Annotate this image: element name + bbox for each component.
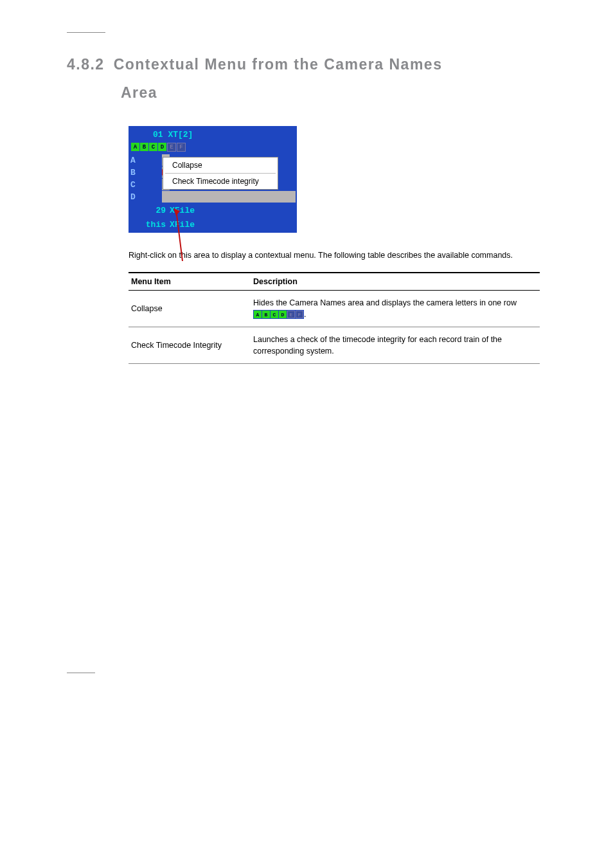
menu-separator: [165, 173, 276, 174]
xfile-dark: [216, 217, 296, 231]
heading-title-line1: Contextual Menu from the Camera Names: [114, 56, 443, 73]
camera-label[interactable]: C: [129, 179, 162, 190]
table-row: Collapse Hides the Camera Names area and…: [129, 290, 540, 327]
table-header-desc: Description: [251, 273, 540, 291]
table-cell-desc: Launches a check of the timecode integri…: [251, 327, 540, 363]
channel-badge-d: D: [279, 311, 287, 318]
camera-label[interactable]: A: [129, 154, 162, 166]
table-cell-item: Check Timecode Integrity: [129, 327, 251, 363]
channel-badge-row: A B C D E F: [129, 141, 296, 153]
channel-badge-b: B: [262, 311, 270, 318]
desc-prefix: Hides the Camera Names area and displays…: [253, 298, 517, 307]
xfile-row: 29 XFile: [129, 203, 296, 217]
xt-header-area: 01 XT[2] A B C D E F: [129, 126, 297, 154]
bottom-rule: [67, 673, 95, 673]
menu-item-check-timecode[interactable]: Check Timecode integrity: [163, 175, 278, 188]
heading-number: 4.8.2: [67, 51, 105, 79]
xt-header-label: 01 XT[2]: [153, 130, 193, 140]
xfile-right: XFile: [168, 206, 216, 215]
channel-badge-f[interactable]: F: [177, 143, 186, 152]
channel-badge-e[interactable]: E: [167, 143, 176, 152]
heading-title-line2: Area: [121, 79, 157, 107]
camera-label[interactable]: D: [129, 191, 162, 203]
xfile-left: 29: [129, 206, 168, 215]
desc-suffix: .: [304, 310, 306, 319]
xfile-row: this XFile: [129, 217, 296, 231]
menu-item-collapse[interactable]: Collapse: [163, 159, 278, 172]
xfile-right: XFile: [168, 220, 216, 230]
channel-badge-f: F: [296, 311, 303, 318]
camera-rest: [170, 191, 296, 203]
table-cell-desc: Hides the Camera Names area and displays…: [251, 290, 540, 327]
table-header-item: Menu Item: [129, 273, 251, 291]
figure-caption: Right-click on this area to display a co…: [129, 249, 549, 261]
context-menu: Collapse Check Timecode integrity: [163, 157, 278, 190]
xt-header: 01 XT[2]: [129, 127, 296, 141]
table-cell-item: Collapse: [129, 290, 251, 327]
camera-label[interactable]: B: [129, 167, 162, 178]
camera-row: D: [129, 191, 296, 203]
xfile-dark: [216, 203, 296, 217]
table-row: Check Timecode Integrity Launches a chec…: [129, 327, 540, 363]
camera-tick: [162, 191, 170, 203]
top-rule: [67, 32, 105, 33]
commands-table: Menu Item Description Collapse Hides the…: [129, 272, 540, 365]
section-heading: 4.8.2Contextual Menu from the Camera Nam…: [67, 51, 549, 107]
screenshot-figure: 01 XT[2] A B C D E F A B C D: [129, 126, 297, 233]
channel-badge-e: E: [287, 311, 295, 318]
xfile-rows: 29 XFile this XFile: [129, 203, 297, 233]
channel-badge-b[interactable]: B: [140, 143, 148, 151]
inline-channel-badges: A B C D E F: [253, 310, 304, 319]
channel-badge-c: C: [271, 311, 278, 318]
channel-badge-a: A: [254, 311, 262, 318]
channel-badge-a[interactable]: A: [131, 143, 139, 151]
channel-badge-d[interactable]: D: [158, 143, 166, 151]
channel-badge-c[interactable]: C: [149, 143, 157, 151]
xfile-left: this: [129, 220, 168, 230]
